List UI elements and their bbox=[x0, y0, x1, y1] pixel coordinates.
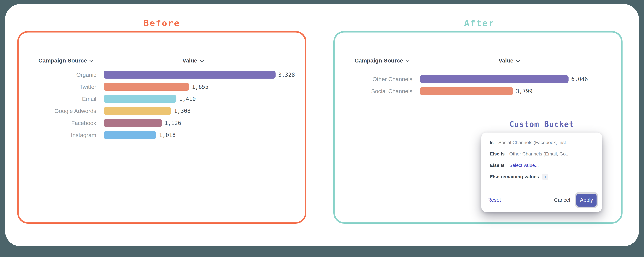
app-background: { "page": { "background": "#4c646a", "ca… bbox=[0, 0, 644, 257]
row-label: Organic bbox=[19, 71, 96, 78]
row-label: Social Channels bbox=[335, 88, 412, 94]
dialog-divider bbox=[485, 188, 598, 188]
bar-social-channels[interactable] bbox=[420, 87, 513, 95]
rule-condition-label: Else Is bbox=[490, 163, 505, 168]
bucket-rule-row: Else remaining values i bbox=[490, 171, 597, 182]
chevron-down-icon bbox=[89, 60, 94, 62]
rule-condition-label: Is bbox=[490, 140, 494, 145]
column-header-label: Value bbox=[182, 57, 198, 64]
table-row: Facebook 1,126 bbox=[19, 117, 305, 129]
select-value-link[interactable]: Select value... bbox=[509, 163, 539, 168]
column-header-label: Campaign Source bbox=[354, 57, 403, 64]
reset-button[interactable]: Reset bbox=[487, 197, 501, 203]
rule-value-social-channels[interactable]: Social Channels (Facebook, Inst... bbox=[498, 140, 570, 145]
bar-google-adwords[interactable] bbox=[104, 107, 171, 115]
after-title: After bbox=[464, 18, 494, 28]
bar-value: 1,126 bbox=[164, 120, 181, 126]
table-row: Google Adwords 1,308 bbox=[19, 105, 305, 117]
column-header-value[interactable]: Value bbox=[182, 57, 204, 64]
bar-value: 1,655 bbox=[192, 84, 208, 90]
dialog-footer: Reset Cancel Apply bbox=[487, 193, 596, 207]
row-label: Other Channels bbox=[335, 76, 412, 82]
row-label: Google Adwords bbox=[19, 108, 96, 114]
bar-instagram[interactable] bbox=[104, 131, 156, 139]
bar-value: 1,308 bbox=[174, 108, 190, 114]
bar-organic[interactable] bbox=[104, 71, 276, 79]
bar-email[interactable] bbox=[104, 95, 176, 103]
table-row: Instagram 1,018 bbox=[19, 129, 305, 141]
column-header-campaign-source[interactable]: Campaign Source bbox=[354, 57, 410, 64]
table-row: Organic 3,328 bbox=[19, 69, 305, 81]
custom-bucket-dialog: Is Social Channels (Facebook, Inst... El… bbox=[481, 133, 602, 212]
bucket-rule-row: Else Is Select value... bbox=[490, 160, 597, 171]
bar-other-channels[interactable] bbox=[420, 75, 568, 83]
bar-value: 3,328 bbox=[278, 71, 295, 78]
custom-bucket-title: Custom Bucket bbox=[509, 120, 574, 129]
column-header-label: Campaign Source bbox=[38, 57, 87, 64]
info-icon[interactable]: i bbox=[542, 174, 548, 180]
chevron-down-icon bbox=[405, 60, 410, 62]
row-label: Facebook bbox=[19, 120, 96, 126]
bar-value: 1,410 bbox=[179, 96, 196, 102]
row-label: Instagram bbox=[19, 132, 96, 138]
table-row: Other Channels 6,046 bbox=[335, 73, 621, 85]
bar-value: 1,018 bbox=[159, 132, 176, 138]
bucket-rule-row: Else Is Other Channels (Email, Go... bbox=[490, 148, 597, 160]
cancel-button[interactable]: Cancel bbox=[553, 197, 572, 203]
rule-value-other-channels[interactable]: Other Channels (Email, Go... bbox=[509, 151, 570, 157]
bar-facebook[interactable] bbox=[104, 119, 162, 127]
after-table-rows: Other Channels 6,046 Social Channels 3,7… bbox=[335, 73, 621, 97]
rule-condition-label: Else remaining values bbox=[490, 174, 539, 179]
apply-button[interactable]: Apply bbox=[576, 194, 596, 207]
before-panel: Campaign Source Value Organic 3,328 Twit… bbox=[17, 31, 306, 224]
row-label: Email bbox=[19, 96, 96, 102]
before-title: Before bbox=[144, 18, 180, 28]
bar-twitter[interactable] bbox=[104, 83, 189, 91]
row-label: Twitter bbox=[19, 84, 96, 90]
column-header-value[interactable]: Value bbox=[498, 57, 520, 64]
before-table-rows: Organic 3,328 Twitter 1,655 Email 1,410 … bbox=[19, 69, 305, 141]
bucket-rule-row: Is Social Channels (Facebook, Inst... bbox=[490, 137, 597, 148]
bucket-rules-list: Is Social Channels (Facebook, Inst... El… bbox=[490, 137, 597, 182]
column-header-campaign-source[interactable]: Campaign Source bbox=[38, 57, 94, 64]
column-header-label: Value bbox=[498, 57, 514, 64]
bar-value: 6,046 bbox=[571, 76, 588, 82]
bar-value: 3,799 bbox=[516, 88, 532, 94]
chevron-down-icon bbox=[200, 60, 204, 62]
table-row: Twitter 1,655 bbox=[19, 81, 305, 93]
rule-condition-label: Else Is bbox=[490, 151, 505, 157]
table-row: Social Channels 3,799 bbox=[335, 85, 621, 97]
chevron-down-icon bbox=[516, 60, 520, 62]
table-row: Email 1,410 bbox=[19, 93, 305, 105]
